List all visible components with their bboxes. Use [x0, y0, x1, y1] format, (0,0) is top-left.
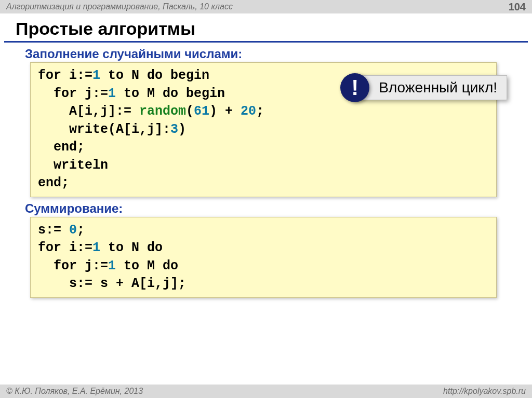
footer-url: http://kpolyakov.spb.ru [443, 387, 526, 396]
code-text: to N do begin [100, 68, 209, 83]
code-text: ; [77, 223, 85, 238]
code-text: writeln [38, 158, 108, 173]
code-num: 3 [170, 122, 178, 137]
code-text: for i:= [38, 68, 92, 83]
slide-footer: © К.Ю. Поляков, Е.А. Ерёмин, 2013 http:/… [0, 385, 532, 398]
code-num: 1 [92, 240, 100, 255]
code-text: for j:= [38, 86, 108, 101]
code-text: s:= s + A[i,j]; [38, 276, 186, 291]
code-text: to M do begin [116, 86, 225, 101]
exclamation-icon: ! [340, 73, 369, 102]
footer-authors: © К.Ю. Поляков, Е.А. Ерёмин, 2013 [6, 387, 143, 396]
code-num: 1 [108, 258, 116, 273]
callout-nested-loop: ! Вложенный цикл! [352, 75, 507, 100]
code-text: end; [38, 140, 85, 155]
code-text: for j:= [38, 258, 108, 273]
section-fill-random: Заполнение случайными числами: [25, 47, 532, 61]
code-text: s:= [38, 223, 69, 238]
code-text: ) [178, 122, 186, 137]
code-text: ) + [209, 104, 241, 119]
course-title: Алгоритмизация и программирование, Паска… [6, 2, 233, 11]
code-text: A[i,j]:= [38, 104, 139, 119]
code-num: 1 [92, 68, 100, 83]
slide-title: Простые алгоритмы [16, 19, 532, 39]
code-func: random [139, 104, 186, 119]
title-underline [4, 41, 528, 43]
section-sum: Суммирование: [25, 201, 532, 216]
code-num: 1 [108, 86, 116, 101]
code-text: ( [186, 104, 194, 119]
code-num: 61 [194, 104, 209, 119]
page-number: 104 [509, 1, 526, 13]
code-block-sum: s:= 0; for i:=1 to N do for j:=1 to M do… [30, 217, 497, 298]
slide-header: Алгоритмизация и программирование, Паска… [0, 0, 532, 13]
code-text: to M do [116, 258, 178, 273]
code-text: ; [256, 104, 264, 119]
code-text: write(A[i,j]: [38, 122, 170, 137]
code-num: 0 [69, 223, 77, 238]
code-text: for i:= [38, 240, 92, 255]
code-text: end; [38, 175, 69, 190]
code-text: to N do [100, 240, 163, 255]
code-num: 20 [241, 104, 256, 119]
callout-text: Вложенный цикл! [379, 79, 497, 96]
